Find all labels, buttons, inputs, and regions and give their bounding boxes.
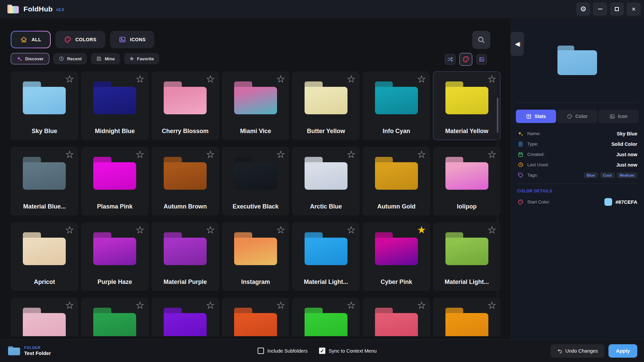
- folder-card[interactable]: ☆: [292, 298, 360, 336]
- folder-color-icon: [23, 308, 66, 336]
- main-tabs: ALL COLORS ICONS: [11, 31, 154, 48]
- folder-card[interactable]: ☆ Autumn Gold: [363, 147, 430, 216]
- folder-name: lolipop: [457, 203, 477, 216]
- favorite-star-icon[interactable]: ☆: [276, 149, 285, 160]
- favorite-star-icon[interactable]: ☆: [276, 300, 285, 310]
- favorite-star-icon[interactable]: ☆: [487, 225, 496, 235]
- favorite-star-icon[interactable]: ☆: [346, 74, 356, 84]
- favorite-star-icon[interactable]: ☆: [346, 225, 356, 235]
- folder-color-icon: [93, 81, 136, 114]
- tab-all[interactable]: ALL: [11, 31, 51, 48]
- stats-icon: [526, 114, 532, 119]
- target-folder-name: Test Folder: [24, 350, 51, 356]
- favorite-star-icon[interactable]: ☆: [487, 300, 496, 310]
- tag-chip[interactable]: Blue: [584, 172, 598, 178]
- folder-card[interactable]: ☆ Autumn Brown: [152, 147, 219, 216]
- tab-icons-label: ICONS: [130, 37, 146, 42]
- icon-view-button[interactable]: [476, 54, 487, 65]
- settings-button[interactable]: ⚙: [576, 2, 590, 16]
- sync-context-menu-option[interactable]: ✓ Sync to Context Menu: [319, 348, 377, 354]
- favorite-star-icon[interactable]: ☆: [136, 225, 145, 235]
- favorite-star-icon[interactable]: ☆: [346, 149, 356, 160]
- panel-tab-stats[interactable]: Stats: [516, 110, 556, 123]
- filter-discover[interactable]: Discover: [11, 53, 49, 64]
- minimize-button[interactable]: [593, 2, 607, 16]
- favorite-star-icon[interactable]: ☆: [417, 300, 426, 310]
- folder-card[interactable]: ☆ Apricot: [11, 222, 78, 291]
- undo-changes-button[interactable]: Undo Changes: [550, 344, 605, 358]
- folder-card[interactable]: ☆: [433, 298, 500, 336]
- search-button[interactable]: [472, 31, 490, 49]
- folder-card[interactable]: ☆ Info Cyan: [363, 71, 430, 140]
- grid-scrollbar-thumb[interactable]: [497, 98, 498, 133]
- tag-chip[interactable]: Medium: [617, 172, 637, 178]
- folder-card[interactable]: ☆: [152, 298, 219, 336]
- favorite-star-icon[interactable]: ☆: [136, 300, 145, 310]
- sync-context-menu-checkbox[interactable]: ✓: [319, 348, 325, 354]
- favorite-star-icon[interactable]: ☆: [206, 225, 215, 235]
- include-subfolders-option[interactable]: Include Subfolders: [258, 348, 308, 354]
- filter-favorite[interactable]: ★ Favorite: [124, 53, 159, 64]
- folder-card[interactable]: ☆ Executive Black: [222, 147, 289, 216]
- favorite-star-icon[interactable]: ☆: [417, 149, 426, 160]
- tab-icons[interactable]: ICONS: [110, 31, 155, 48]
- favorite-star-icon[interactable]: ☆: [346, 300, 356, 310]
- folder-card[interactable]: ☆ Material Light...: [292, 222, 360, 291]
- tag-chip[interactable]: Cool: [600, 172, 615, 178]
- maximize-button[interactable]: [610, 2, 624, 16]
- folder-card[interactable]: ★ Cyber Pink: [363, 222, 430, 291]
- favorite-star-icon[interactable]: ☆: [65, 225, 74, 235]
- folder-card[interactable]: ☆ Arctic Blue: [292, 147, 360, 216]
- folder-card[interactable]: ☆ lolipop: [433, 147, 500, 216]
- panel-tab-icon[interactable]: Icon: [598, 110, 639, 123]
- grid-scrollbar[interactable]: [497, 71, 498, 336]
- color-view-button[interactable]: [460, 53, 472, 66]
- favorite-star-icon[interactable]: ★: [417, 225, 426, 235]
- close-button[interactable]: ×: [627, 2, 641, 16]
- shuffle-view-button[interactable]: [445, 54, 455, 65]
- favorite-star-icon[interactable]: ☆: [136, 149, 145, 160]
- favorite-star-icon[interactable]: ☆: [206, 149, 215, 160]
- filter-mine[interactable]: Mine: [91, 53, 120, 64]
- stat-lastused-value: Just now: [616, 162, 637, 168]
- favorite-star-icon[interactable]: ☆: [136, 74, 145, 84]
- start-color-swatch[interactable]: [604, 198, 612, 206]
- folder-card[interactable]: ☆ Material Yellow: [433, 71, 500, 140]
- folder-card[interactable]: ☆ Cherry Blossom: [152, 71, 219, 140]
- favorite-star-icon[interactable]: ☆: [487, 74, 496, 84]
- folder-card[interactable]: ☆: [81, 298, 149, 336]
- panel-tab-color[interactable]: Color: [557, 110, 597, 123]
- folder-card[interactable]: ☆ Plasma Pink: [81, 147, 149, 216]
- folder-card[interactable]: ☆ Sky Blue: [11, 71, 78, 140]
- folder-card[interactable]: ☆ Butter Yellow: [292, 71, 360, 140]
- favorite-star-icon[interactable]: ☆: [65, 149, 74, 160]
- favorite-star-icon[interactable]: ☆: [276, 225, 285, 235]
- folder-card[interactable]: ☆: [11, 298, 78, 336]
- favorite-star-icon[interactable]: ☆: [487, 149, 496, 160]
- folder-color-icon: [23, 232, 66, 265]
- favorite-star-icon[interactable]: ☆: [417, 74, 426, 84]
- include-subfolders-checkbox[interactable]: [258, 348, 264, 354]
- folder-card[interactable]: ☆: [363, 298, 430, 336]
- favorite-star-icon[interactable]: ☆: [65, 74, 74, 84]
- favorite-star-icon[interactable]: ☆: [206, 74, 215, 84]
- sparkles-icon: [518, 131, 524, 137]
- app-title: FoldHub: [23, 5, 53, 13]
- tab-colors[interactable]: COLORS: [55, 31, 105, 48]
- folder-name: Cyber Pink: [381, 279, 412, 291]
- folder-card[interactable]: ☆ Material Blue...: [11, 147, 78, 216]
- favorite-star-icon[interactable]: ☆: [206, 300, 215, 310]
- folder-card[interactable]: ☆ Midnight Blue: [81, 71, 149, 140]
- favorite-star-icon[interactable]: ☆: [65, 300, 74, 310]
- folder-card[interactable]: ☆ Purple Haze: [81, 222, 149, 291]
- filter-recent[interactable]: Recent: [53, 53, 87, 64]
- folder-card[interactable]: ☆ Miami Vice: [222, 71, 289, 140]
- folder-card[interactable]: ☆ Instagram: [222, 222, 289, 291]
- collapse-panel-button[interactable]: ◀: [511, 32, 524, 56]
- apply-button[interactable]: Apply: [608, 344, 637, 358]
- folder-color-icon: [445, 232, 488, 265]
- folder-card[interactable]: ☆: [222, 298, 289, 336]
- favorite-star-icon[interactable]: ☆: [276, 74, 285, 84]
- folder-card[interactable]: ☆ Material Purple: [152, 222, 219, 291]
- folder-card[interactable]: ☆ Material Light...: [433, 222, 500, 291]
